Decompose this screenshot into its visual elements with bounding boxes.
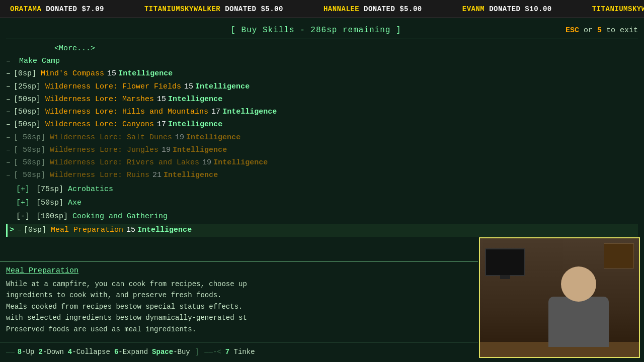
monitor-decoration [485,248,525,276]
more-label[interactable]: <More...> [54,43,95,54]
skill-name-canyons: Wilderness Lore: Canyons [45,119,154,130]
person-body [548,297,609,347]
make-camp-row: – Make Camp [6,55,638,67]
section-cooking[interactable]: [-] [100sp] Cooking and Gathering [6,210,638,223]
skill-row-canyons[interactable]: – [50sp] Wilderness Lore: Canyons 17 Int… [6,118,638,131]
make-camp-label: Make Camp [19,55,60,67]
ticker-item-1: ORATAMA DONATED $7.09 [10,5,104,13]
skill-row-marshes[interactable]: – [50sp] Wilderness Lore: Marshes 15 Int… [6,93,638,106]
skill-list: <More...> – Make Camp – [0sp] Mind's Com… [6,41,638,238]
ticker-item-2: TITANIUMSKYWALKER DONATED $5.00 [144,5,283,13]
skill-name-salt-dunes: Wilderness Lore: Salt Dunes [50,132,172,143]
help-key-2: 2-Down [38,347,63,358]
skill-name-ruins: Wilderness Lore: Ruins [50,169,149,181]
person-head [561,266,596,302]
desc-line-5: Preserved foods are used as meal ingredi… [6,324,472,335]
help-key-4: 4-Collapse [68,347,110,358]
game-area: [ Buy Skills - 286sp remaining ] ESC or … [0,18,644,362]
selected-meal-prep[interactable]: > – [0sp] Meal Preparation 15 Intelligen… [6,224,638,236]
title-bar: [ Buy Skills - 286sp remaining ] ESC or … [6,22,638,39]
skill-row-jungles[interactable]: – [ 50sp] Wilderness Lore: Jungles 19 In… [6,144,638,156]
donation-ticker: ORATAMA DONATED $7.09 TITANIUMSKYWALKER … [0,0,644,18]
ticker-inner: ORATAMA DONATED $7.09 TITANIUMSKYWALKER … [0,5,644,13]
desc-line-3: Meals cooked from recipes bestow special… [6,301,472,312]
acrobatics-label: Acrobatics [68,184,113,195]
desc-text: While at a campfire, you can cook from r… [6,279,472,335]
help-key-8: 8-Up [18,347,35,358]
desc-line-2: ingredients to cook with, and preserve f… [6,290,472,301]
buy-skills-title: [ Buy Skills - 286sp remaining ] [230,24,401,37]
desc-line-4: with selected ingredients bestow dynamic… [6,312,472,323]
desc-title: Meal Preparation [6,265,472,277]
webcam-content [480,238,639,357]
help-key-space: Space-Buy [152,347,190,358]
selection-arrow: > [10,224,14,236]
help-bar: —— 8-Up 2-Down 4-Collapse 6-Expand Space… [0,342,478,362]
help-key-6: 6-Expand [114,347,148,358]
skill-name-rivers: Wilderness Lore: Rivers and Lakes [50,157,199,168]
skill-name-flower-fields: Wilderness Lore: Flower Fields [45,81,181,93]
skill-name-hills: Wilderness Lore: Hills and Mountains [45,106,208,118]
ticker-item-5: TITANIUMSKYWALKER DONATED $5.00 [592,5,644,13]
webcam-overlay [479,237,640,358]
skill-name-minds-compass: Mind's Compass [41,68,104,79]
section-axe[interactable]: [+] [50sp] Axe [6,197,638,209]
skill-row-rivers[interactable]: – [ 50sp] Wilderness Lore: Rivers and La… [6,156,638,169]
meal-prep-name: Meal Preparation [51,224,123,236]
ticker-item-3: HANNALEE DONATED $5.00 [324,5,422,13]
skill-name-jungles: Wilderness Lore: Jungles [50,144,158,156]
skill-row-minds-compass[interactable]: – [0sp] Mind's Compass 15 Intelligence [6,67,638,80]
desc-line-1: While at a campfire, you can cook from r… [6,279,472,290]
skill-name-marshes: Wilderness Lore: Marshes [45,94,154,105]
cooking-label: Cooking and Gathering [72,211,168,222]
ticker-item-4: EVANM DONATED $10.00 [462,5,552,13]
skill-row-flower-fields[interactable]: – [25sp] Wilderness Lore: Flower Fields … [6,80,638,93]
help-dash-left: —— [6,347,15,358]
skill-row-salt-dunes[interactable]: – [ 50sp] Wilderness Lore: Salt Dunes 19… [6,131,638,144]
help-key-7: 7 Tinke [225,347,255,358]
section-acrobatics[interactable]: [+] [75sp] Acrobatics [6,183,638,196]
streamer-person [538,256,619,357]
more-row: <More...> [6,42,638,55]
skill-row-ruins[interactable]: – [ 50sp] Wilderness Lore: Ruins 21 Inte… [6,169,638,182]
axe-label: Axe [68,197,82,209]
skill-row-hills[interactable]: – [50sp] Wilderness Lore: Hills and Moun… [6,106,638,118]
exit-hint: ESC or 5 to exit [566,25,638,36]
desc-panel: Meal Preparation While at a campfire, yo… [0,261,478,338]
